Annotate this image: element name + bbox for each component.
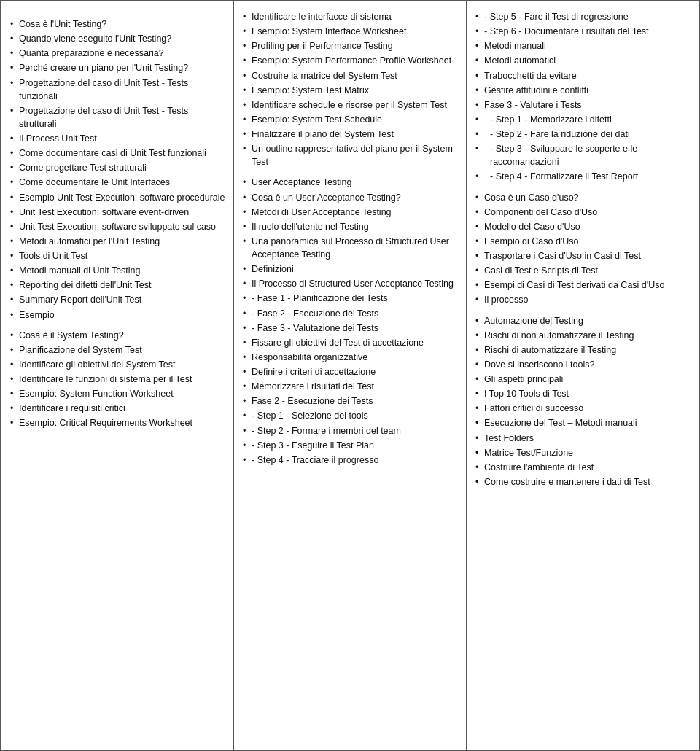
list-item: Identificare schedule e risorse per il S…: [241, 98, 459, 112]
list-item: Definizioni: [241, 262, 459, 276]
list-item: Esempio: System Test Schedule: [241, 113, 459, 126]
list-item: Metodi automatici per l'Unit Testing: [9, 235, 226, 248]
column-3: - Step 5 - Fare il Test di regressione- …: [467, 1, 699, 750]
list-item: Metodi di User Acceptance Testing: [241, 206, 459, 219]
list-item: Rischi di automatizzare il Testing: [474, 343, 691, 357]
sub-list-item: - Step 2 - Formare i membri del team: [241, 424, 459, 437]
sub-list-item: - Fase 2 - Esecuzione dei Tests: [241, 307, 459, 320]
list-item: Test Folders: [474, 432, 691, 445]
sub-list-item: - Fase 1 - Pianificazione dei Tests: [241, 292, 459, 305]
col3-cont-list: - Step 5 - Fare il Test di regressione- …: [474, 10, 691, 184]
list-item: Come costruire e mantenere i dati di Tes…: [474, 475, 691, 489]
list-item: Esempio di Caso d'Uso: [474, 235, 691, 248]
list-item: - Step 6 - Documentare i risultati del T…: [474, 25, 691, 38]
list-item: Il processo: [474, 293, 691, 306]
section11-list: Automazione del TestingRischi di non aut…: [474, 314, 691, 489]
sub-list-item: - Step 2 - Fare la riduzione dei dati: [474, 128, 691, 141]
list-item: Come documentare casi di Unit Test funzi…: [9, 147, 226, 160]
list-item: Summary Report dell'Unit Test: [9, 293, 226, 306]
section8-cont-list: Identificare le interfacce di sistemaEse…: [241, 10, 459, 168]
sub-list-item: - Step 1 - Selezione dei tools: [241, 409, 459, 422]
list-item: Matrice Test/Funzione: [474, 446, 691, 459]
list-item: - Step 5 - Fare il Test di regressione: [474, 10, 691, 23]
list-item: Cosa è un Caso d'uso?: [474, 191, 691, 204]
list-item: Perché creare un piano per l'Unit Testin…: [9, 61, 226, 74]
list-item: Esempio: System Performance Profile Work…: [241, 54, 459, 67]
list-item: Identificare le interfacce di sistema: [241, 10, 459, 23]
list-item: Gestire attitudini e conflitti: [474, 84, 691, 97]
list-item: Esempio: [9, 308, 226, 322]
list-item: Identificare i requisiti critici: [9, 402, 226, 415]
list-item: Costruire la matrice del System Test: [241, 69, 459, 82]
list-item: Esempi di Casi di Test derivati da Casi …: [474, 279, 691, 292]
list-item: Un outline rappresentativa del piano per…: [241, 142, 459, 168]
section8-list: Cosa è il System Testing?Pianificazione …: [9, 329, 226, 430]
sub-list-item: - Step 4 - Tracciare il progresso: [241, 454, 459, 467]
list-item: Reporting dei difetti dell'Unit Test: [9, 279, 226, 292]
list-item: Esempio: System Test Matrix: [241, 84, 459, 97]
list-item: Memorizzare i risultati del Test: [241, 380, 459, 393]
list-item: Fattori critici di successo: [474, 402, 691, 415]
list-item: Modello del Caso d'Uso: [474, 220, 691, 233]
list-item: Rischi di non automatizzare il Testing: [474, 329, 691, 342]
sub-list-item: - Step 1 - Memorizzare i difetti: [474, 113, 691, 126]
section7-list: Cosa è l'Unit Testing?Quando viene esegu…: [9, 17, 226, 322]
list-item: Pianificazione del System Test: [9, 343, 226, 357]
list-item: Esempio: Critical Requirements Worksheet: [9, 416, 226, 429]
list-item: Esempio: System Interface Worksheet: [241, 25, 459, 38]
sub-list-item: - Fase 3 - Valutazione dei Tests: [241, 322, 459, 335]
list-item: Quando viene eseguito l'Unit Testing?: [9, 32, 226, 45]
column-1: Cosa è l'Unit Testing?Quando viene esegu…: [1, 1, 234, 750]
list-item: Casi di Test e Scripts di Test: [474, 264, 691, 277]
list-item: User Acceptance Testing: [241, 176, 459, 189]
list-item: Esempio: System Function Worksheet: [9, 387, 226, 400]
list-item: I Top 10 Tools di Test: [474, 387, 691, 400]
list-item: Unit Test Execution: software event-driv…: [9, 206, 226, 219]
sub-list-item: - Step 3 - Eseguire il Test Plan: [241, 439, 459, 452]
list-item: Progettazione del caso di Unit Test - Te…: [9, 104, 226, 131]
list-item: Trasportare i Casi d'Uso in Casi di Test: [474, 249, 691, 262]
list-item: Cosa è un User Acceptance Testing?: [241, 191, 459, 204]
list-item: Componenti del Caso d'Uso: [474, 206, 691, 219]
list-item: Gli aspetti principali: [474, 373, 691, 386]
list-item: Metodi automatici: [474, 54, 691, 67]
list-item: Dove si inseriscono i tools?: [474, 358, 691, 371]
list-item: Tools di Unit Test: [9, 249, 226, 262]
list-item: Profiling per il Performance Testing: [241, 39, 459, 52]
list-item: Metodi manuali: [474, 39, 691, 52]
column-2: Identificare le interfacce di sistemaEse…: [234, 1, 467, 750]
sub-list-item: - Step 3 - Sviluppare le scoperte e le r…: [474, 142, 691, 168]
list-item: Il Processo di Structured User Acceptanc…: [241, 277, 459, 290]
list-item: Fase 3 - Valutare i Tests: [474, 98, 691, 112]
page: Cosa è l'Unit Testing?Quando viene esegu…: [0, 0, 700, 751]
list-item: Il ruolo dell'utente nel Testing: [241, 220, 459, 233]
list-item: Una panoramica sul Processo di Structure…: [241, 235, 459, 261]
list-item: Fase 2 - Esecuzione dei Tests: [241, 394, 459, 408]
section10-list: Cosa è un Caso d'uso?Componenti del Caso…: [474, 191, 691, 307]
list-item: Definire i criteri di accettazione: [241, 365, 459, 378]
list-item: Progettazione del caso di Unit Test - Te…: [9, 77, 226, 103]
list-item: Quanta preparazione è necessaria?: [9, 47, 226, 60]
list-item: Responsabilità organizzative: [241, 351, 459, 364]
section9-list: User Acceptance TestingCosa è un User Ac…: [241, 176, 459, 467]
list-item: Costruire l'ambiente di Test: [474, 461, 691, 474]
list-item: Trabocchetti da evitare: [474, 69, 691, 82]
list-item: Il Process Unit Test: [9, 132, 226, 145]
list-item: Come documentare le Unit Interfaces: [9, 176, 226, 189]
list-item: Finalizzare il piano del System Test: [241, 128, 459, 141]
list-item: Metodi manuali di Unit Testing: [9, 264, 226, 277]
list-item: Esecuzione del Test – Metodi manuali: [474, 416, 691, 429]
list-item: Fissare gli obiettivi del Test di accett…: [241, 336, 459, 349]
list-item: Cosa è l'Unit Testing?: [9, 17, 226, 31]
list-item: Identificare gli obiettivi del System Te…: [9, 358, 226, 371]
list-item: Automazione del Testing: [474, 314, 691, 327]
list-item: Identificare le funzioni di sistema per …: [9, 373, 226, 386]
list-item: Unit Test Execution: software sviluppato…: [9, 220, 226, 233]
list-item: Esempio Unit Test Execution: software pr…: [9, 191, 226, 204]
list-item: Come progettare Test strutturali: [9, 161, 226, 174]
sub-list-item: - Step 4 - Formalizzare il Test Report: [474, 170, 691, 183]
list-item: Cosa è il System Testing?: [9, 329, 226, 342]
